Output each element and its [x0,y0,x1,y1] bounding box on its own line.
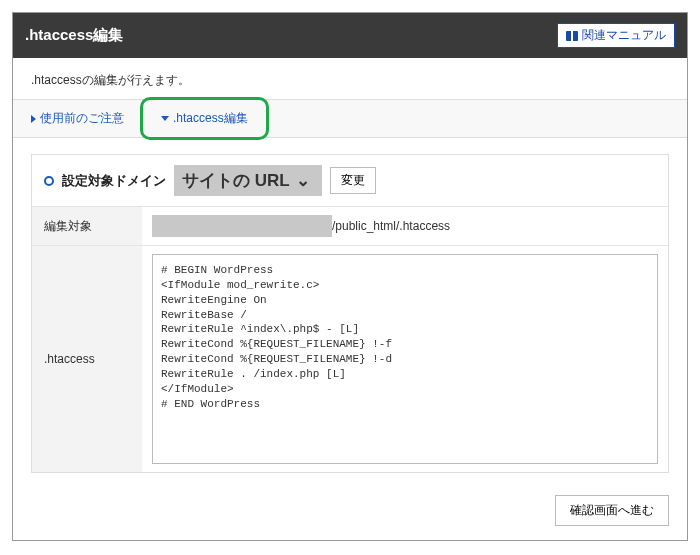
row-edit-target: 編集対象 /public_html/.htaccess [32,207,668,246]
footer-actions: 確認画面へ進む [13,485,687,540]
app-container: .htaccess編集 関連マニュアル .htaccessの編集が行えます。 使… [12,12,688,541]
settings-panel: 設定対象ドメイン サイトの URL ⌄ 変更 編集対象 /public_html… [31,154,669,473]
edit-target-path: /public_html/.htaccess [332,219,450,233]
htaccess-label: .htaccess [32,246,142,472]
page-header: .htaccess編集 関連マニュアル [13,13,687,58]
book-icon [566,31,578,41]
domain-label: 設定対象ドメイン [62,172,166,190]
tab-label: .htaccess編集 [173,110,248,127]
panel-header: 設定対象ドメイン サイトの URL ⌄ 変更 [32,155,668,207]
proceed-button[interactable]: 確認画面へ進む [555,495,669,526]
row-htaccess: .htaccess [32,246,668,472]
edit-target-label: 編集対象 [32,207,142,245]
chevron-down-icon: ⌄ [296,170,310,191]
domain-value: サイトの URL [182,169,290,192]
masked-path-prefix [152,215,332,237]
bullet-icon [44,176,54,186]
chevron-down-icon [161,116,169,121]
intro-text: .htaccessの編集が行えます。 [13,58,687,99]
htaccess-textarea[interactable] [152,254,658,464]
tab-precautions[interactable]: 使用前のご注意 [13,100,143,137]
edit-target-value: /public_html/.htaccess [142,207,668,245]
htaccess-value [142,246,668,472]
related-manual-button[interactable]: 関連マニュアル [557,23,675,48]
tabs: 使用前のご注意 .htaccess編集 [13,99,687,138]
tab-htaccess-edit[interactable]: .htaccess編集 [143,100,267,137]
domain-select[interactable]: サイトの URL ⌄ [174,165,322,196]
chevron-right-icon [31,115,36,123]
page-title: .htaccess編集 [25,26,123,45]
related-manual-label: 関連マニュアル [582,27,666,44]
tab-label: 使用前のご注意 [40,110,124,127]
change-button[interactable]: 変更 [330,167,376,194]
